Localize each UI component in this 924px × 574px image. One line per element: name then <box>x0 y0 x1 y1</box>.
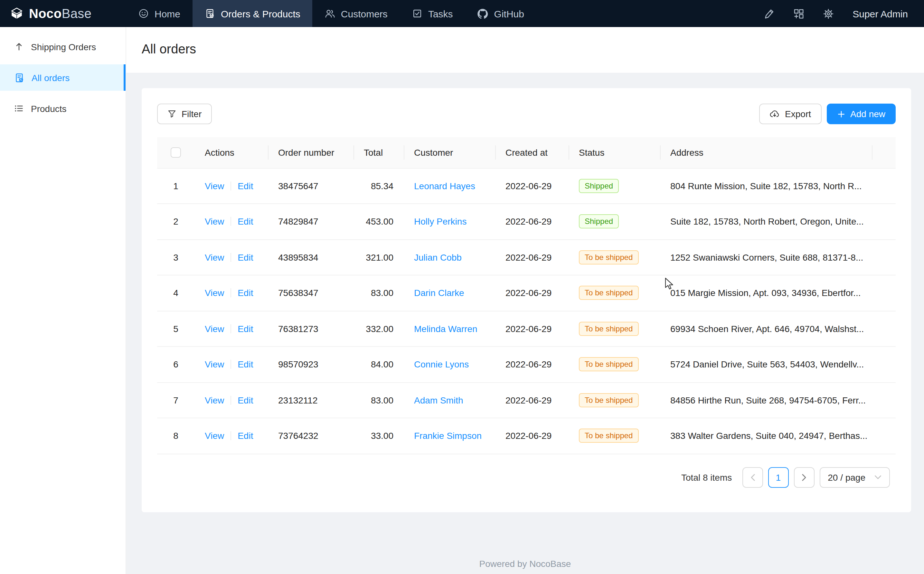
actions-cell: ViewEdit <box>194 382 268 418</box>
table-row: 3ViewEdit43895834321.00Julian Cobb2022-0… <box>157 240 896 275</box>
sidebar-item-shipping-orders[interactable]: Shipping Orders <box>0 33 126 60</box>
edit-link[interactable]: Edit <box>238 324 253 334</box>
pagination-page-1[interactable]: 1 <box>768 467 788 487</box>
customer-cell: Adam Smith <box>404 382 495 418</box>
customer-link[interactable]: Holly Perkins <box>414 216 466 227</box>
row-index-cell: 8 <box>157 418 194 454</box>
row-index-cell: 6 <box>157 347 194 382</box>
edit-link[interactable]: Edit <box>238 252 253 263</box>
status-badge: To be shipped <box>579 429 638 443</box>
view-link[interactable]: View <box>205 181 224 191</box>
total-cell: 332.00 <box>354 311 404 347</box>
status-badge: To be shipped <box>579 322 638 336</box>
add-new-button[interactable]: Add new <box>826 104 896 124</box>
actions-cell: ViewEdit <box>194 168 268 203</box>
header-customer: Customer <box>404 137 495 168</box>
customer-cell: Julian Cobb <box>404 240 495 275</box>
address-cell: 804 Runte Mission, Suite 182, 15783, Nor… <box>660 168 872 203</box>
nav-item-github[interactable]: GitHub <box>465 0 536 27</box>
created-at-cell: 2022-06-29 <box>495 382 569 418</box>
total-cell: 83.00 <box>354 382 404 418</box>
nocobase-logo-icon <box>9 6 24 20</box>
customer-cell: Frankie Simpson <box>404 418 495 454</box>
address-cell: 5724 Daniel Drive, Suite 563, 54403, Wen… <box>660 347 872 382</box>
settings-gear-icon[interactable] <box>823 8 834 19</box>
status-badge: Shipped <box>579 179 619 193</box>
nav-item-home[interactable]: Home <box>126 0 193 27</box>
customer-link[interactable]: Adam Smith <box>414 395 463 405</box>
view-link[interactable]: View <box>205 216 224 227</box>
address-cell: Suite 182, 15783, North Robert, Oregon, … <box>660 203 872 240</box>
order-number-cell: 43895834 <box>268 240 354 275</box>
status-cell: To be shipped <box>569 418 660 454</box>
page-size-value: 20 / page <box>828 472 866 482</box>
order-number-cell: 74829847 <box>268 203 354 240</box>
customer-link[interactable]: Darin Clarke <box>414 288 464 298</box>
row-index-cell: 1 <box>157 168 194 203</box>
edit-link[interactable]: Edit <box>238 431 253 441</box>
page-size-select[interactable]: 20 / page <box>819 467 890 487</box>
status-cell: Shipped <box>569 168 660 203</box>
customer-cell: Holly Perkins <box>404 203 495 240</box>
sidebar-item-all-orders[interactable]: All orders <box>0 65 126 91</box>
sidebar-item-label: All orders <box>32 73 69 83</box>
edit-link[interactable]: Edit <box>238 395 253 405</box>
table-row: 2ViewEdit74829847453.00Holly Perkins2022… <box>157 203 896 240</box>
nav-item-tasks[interactable]: Tasks <box>400 0 465 27</box>
edit-link[interactable]: Edit <box>238 288 253 298</box>
user-menu[interactable]: Super Admin <box>853 8 908 19</box>
view-link[interactable]: View <box>205 431 224 441</box>
export-button[interactable]: Export <box>759 104 821 124</box>
select-all-checkbox[interactable] <box>171 148 181 158</box>
edit-link[interactable]: Edit <box>238 181 253 191</box>
export-button-label: Export <box>785 109 811 119</box>
edit-link[interactable]: Edit <box>238 216 253 227</box>
action-divider <box>231 289 231 298</box>
customer-link[interactable]: Leonard Hayes <box>414 181 475 191</box>
customer-link[interactable]: Frankie Simpson <box>414 431 482 441</box>
actions-cell: ViewEdit <box>194 275 268 311</box>
customer-link[interactable]: Julian Cobb <box>414 252 462 263</box>
smile-icon <box>139 8 149 19</box>
view-link[interactable]: View <box>205 395 224 405</box>
brand[interactable]: NocoBase <box>0 0 126 27</box>
highlighter-icon[interactable] <box>764 8 775 19</box>
order-number-cell: 23132112 <box>268 382 354 418</box>
header-extra <box>872 137 896 168</box>
status-badge: To be shipped <box>579 250 638 265</box>
customer-cell: Connie Lyons <box>404 347 495 382</box>
status-cell: To be shipped <box>569 275 660 311</box>
total-cell: 33.00 <box>354 418 404 454</box>
table-header-row: Actions Order number Total Customer Crea… <box>157 137 896 168</box>
funnel-icon <box>167 109 177 118</box>
action-divider <box>231 324 231 333</box>
extra-cell <box>872 347 896 382</box>
sidebar-item-products[interactable]: Products <box>0 95 126 121</box>
nav-item-customers[interactable]: Customers <box>313 0 400 27</box>
edit-link[interactable]: Edit <box>238 360 253 370</box>
row-index-cell: 5 <box>157 311 194 347</box>
actions-cell: ViewEdit <box>194 240 268 275</box>
pagination-next-button[interactable] <box>794 467 814 487</box>
chevron-down-icon <box>874 475 881 480</box>
action-divider <box>231 396 231 405</box>
view-link[interactable]: View <box>205 324 224 334</box>
row-index-cell: 2 <box>157 203 194 240</box>
arrow-up-icon <box>14 42 24 52</box>
row-index-cell: 7 <box>157 382 194 418</box>
nav-item-orders-products[interactable]: Orders & Products <box>193 0 313 27</box>
view-link[interactable]: View <box>205 360 224 370</box>
plus-icon <box>837 110 845 118</box>
customer-link[interactable]: Connie Lyons <box>414 360 469 370</box>
filter-button[interactable]: Filter <box>157 104 212 124</box>
plugin-blocks-icon[interactable] <box>793 8 804 19</box>
pagination-prev-button[interactable] <box>742 467 763 487</box>
check-square-icon <box>412 8 422 19</box>
view-link[interactable]: View <box>205 288 224 298</box>
nav-right: Super Admin <box>764 0 924 27</box>
header-created-at: Created at <box>495 137 569 168</box>
customer-link[interactable]: Melinda Warren <box>414 324 477 334</box>
view-link[interactable]: View <box>205 252 224 263</box>
header-actions: Actions <box>194 137 268 168</box>
team-icon <box>325 8 335 19</box>
